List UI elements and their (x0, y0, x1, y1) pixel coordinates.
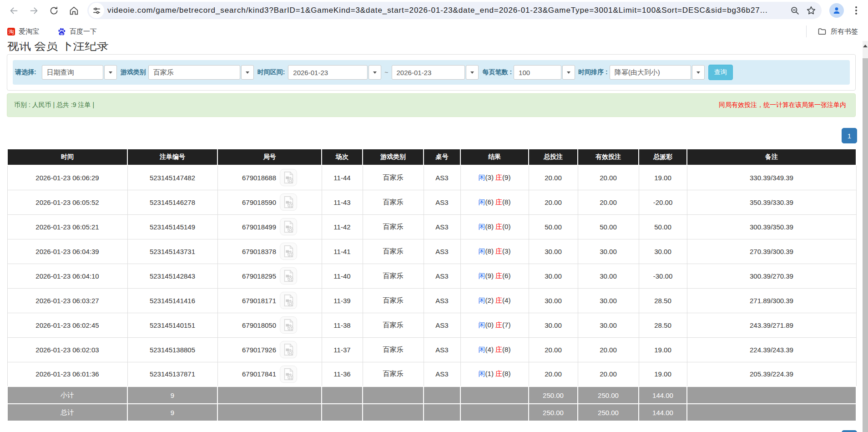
cell-total-bet: 20.00 (529, 337, 578, 362)
cell-remark: 205.39/224.39 (687, 362, 856, 386)
video-replay-button[interactable] (280, 218, 297, 235)
all-bookmarks-label: 所有书签 (831, 27, 858, 36)
result-banker-label: 庄 (495, 370, 502, 377)
cell-table: AS3 (424, 214, 460, 239)
result-player-label: 闲 (479, 321, 485, 329)
page-1-button-bottom[interactable]: 1 (842, 430, 857, 432)
date-end-input[interactable]: 2026-01-23 (392, 65, 465, 80)
cell-total-bet: 30.00 (529, 288, 578, 313)
game-type-dropdown-button[interactable] (241, 65, 254, 80)
table-row: 2026-01-23 06:04:10 523145142843 6790182… (7, 264, 856, 288)
date-end-dropdown-button[interactable] (466, 65, 479, 80)
bookmark-taobao[interactable]: 淘 爱淘宝 (4, 24, 43, 39)
search-button[interactable]: 查询 (708, 65, 733, 80)
cell-payout: 19.00 (639, 165, 687, 190)
svg-text:du: du (61, 32, 63, 35)
cell-round-id: 679018590 (217, 190, 322, 214)
zoom-button[interactable] (787, 2, 803, 19)
all-bookmarks-button[interactable]: 所有书签 (813, 24, 863, 39)
cell-session: 11-41 (322, 239, 363, 264)
address-bar[interactable]: videoie.com/game/betrecord_search/kind3?… (87, 2, 822, 19)
video-replay-button[interactable] (280, 193, 297, 211)
date-start-dropdown-button[interactable] (368, 65, 381, 80)
reload-button[interactable] (44, 1, 64, 20)
video-replay-button[interactable] (280, 169, 297, 186)
result-banker-points: (0) (502, 223, 510, 230)
page-1-button[interactable]: 1 (842, 128, 857, 143)
cell-session: 11-44 (322, 165, 363, 190)
cell-time: 2026-01-23 06:02:45 (7, 313, 127, 337)
cell-valid-bet: 30.00 (578, 264, 639, 288)
video-replay-button[interactable] (280, 341, 297, 358)
video-replay-button[interactable] (280, 267, 297, 285)
summary-note: 同局有效投注，统一计算在该局第一张注单内 (719, 101, 846, 109)
result-player-label: 闲 (479, 247, 485, 255)
table-row: 2026-01-23 06:01:36 523145137871 6790178… (7, 362, 856, 386)
result-player-points: (8) (485, 223, 494, 230)
table-body: 2026-01-23 06:06:29 523145147482 6790186… (7, 165, 856, 386)
back-button[interactable] (4, 1, 24, 20)
taobao-icon: 淘 (7, 28, 15, 36)
bookmark-label: 百度一下 (70, 27, 97, 36)
scrollbar-thumb[interactable] (863, 58, 868, 432)
video-replay-button[interactable] (280, 292, 297, 309)
site-info-button[interactable] (89, 3, 104, 18)
video-replay-button[interactable] (280, 366, 297, 383)
result-banker-points: (6) (502, 272, 510, 280)
col-header-result: 结果 (460, 149, 529, 165)
caret-down-icon (246, 71, 249, 74)
bet-record-table: 时间 注单编号 局号 场次 游戏类别 桌号 结果 总投注 有效投注 总派彩 备注… (7, 148, 857, 422)
empty-cell (460, 404, 529, 421)
cell-payout: 19.00 (639, 362, 687, 386)
date-end-combobox: 2026-01-23 (392, 65, 479, 80)
page-size-input[interactable]: 100 (514, 65, 561, 80)
scrollbar[interactable] (863, 41, 868, 432)
cell-result: 闲(3) 庄(9) (460, 165, 529, 190)
table-row: 2026-01-23 06:03:27 523145141416 6790181… (7, 288, 856, 313)
cell-bet-id: 523145138805 (127, 337, 217, 362)
total-count: 9 (127, 404, 217, 421)
result-banker-label: 庄 (495, 272, 502, 280)
result-banker-label: 庄 (495, 247, 502, 255)
forward-button[interactable] (24, 1, 44, 20)
cell-game: 百家乐 (363, 190, 424, 214)
browser-toolbar: videoie.com/game/betrecord_search/kind3?… (0, 0, 868, 21)
table-row: 2026-01-23 06:02:03 523145138805 6790179… (7, 337, 856, 362)
caret-down-icon (373, 71, 377, 74)
bookmark-baidu[interactable]: du 百度一下 (54, 24, 101, 39)
home-button[interactable] (64, 1, 84, 20)
page-size-dropdown-button[interactable] (562, 65, 575, 80)
cell-session: 11-39 (322, 288, 363, 313)
bookmark-star-button[interactable] (803, 2, 819, 19)
cell-payout: -20.00 (639, 190, 687, 214)
cell-valid-bet: 20.00 (578, 362, 639, 386)
page-size-combobox: 100 (514, 65, 575, 80)
video-replay-button[interactable] (280, 243, 297, 260)
game-type-input[interactable]: 百家乐 (148, 65, 240, 80)
empty-cell (687, 386, 856, 404)
profile-button[interactable] (826, 1, 847, 20)
sort-input[interactable]: 降幂(由大到小) (610, 65, 691, 80)
table-row: 2026-01-23 06:05:52 523145146278 6790185… (7, 190, 856, 214)
query-mode-dropdown-button[interactable] (104, 65, 117, 80)
cell-time: 2026-01-23 06:01:36 (7, 362, 127, 386)
empty-cell (217, 386, 322, 404)
video-replay-button[interactable] (280, 316, 297, 334)
query-mode-input[interactable]: 日期查询 (42, 65, 103, 80)
cell-session: 11-42 (322, 214, 363, 239)
video-file-icon (282, 220, 295, 234)
scrollbar-up-button[interactable] (863, 41, 868, 51)
page-title: 视讯 会员 下注纪录 (7, 42, 863, 53)
browser-menu-button[interactable] (847, 1, 865, 20)
result-banker-points: (9) (502, 173, 510, 181)
url-text[interactable]: videoie.com/game/betrecord_search/kind3?… (107, 6, 787, 15)
cell-time: 2026-01-23 06:06:29 (7, 165, 127, 190)
round-id-text: 679017926 (242, 346, 276, 354)
cell-time: 2026-01-23 06:03:27 (7, 288, 127, 313)
game-type-combobox: 百家乐 (148, 65, 254, 80)
col-header-remark: 备注 (687, 149, 856, 165)
cell-bet-id: 523145147482 (127, 165, 217, 190)
date-start-input[interactable]: 2026-01-23 (288, 65, 368, 80)
video-file-icon (282, 318, 295, 332)
sort-dropdown-button[interactable] (692, 65, 705, 80)
